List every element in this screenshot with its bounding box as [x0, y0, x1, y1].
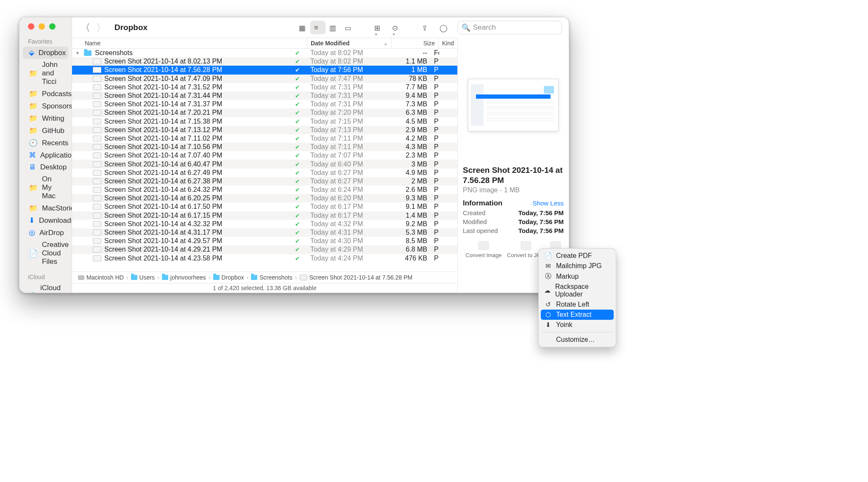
- image-thumb-icon: [92, 110, 102, 116]
- file-row[interactable]: Screen Shot 2021-10-14 at 7.31.44 PM ✔︎ …: [72, 91, 457, 100]
- breadcrumb[interactable]: Screen Shot 2021-10-14 at 7.56.28 PM: [300, 274, 413, 281]
- quick-action-icon: [478, 241, 489, 250]
- group-by-button[interactable]: ⊞ ˅: [370, 21, 386, 34]
- file-row[interactable]: Screen Shot 2021-10-14 at 7.15.38 PM ✔︎ …: [72, 117, 457, 126]
- file-name: Screen Shot 2021-10-14 at 7.13.12 PM: [104, 126, 295, 134]
- breadcrumb[interactable]: Dropbox: [213, 274, 244, 281]
- sidebar-item-john-and-ticci[interactable]: 📁John and Ticci: [23, 59, 68, 88]
- file-row[interactable]: Screen Shot 2021-10-14 at 7.31.37 PM ✔︎ …: [72, 100, 457, 108]
- file-row[interactable]: Screen Shot 2021-10-14 at 6.27.49 PM ✔︎ …: [72, 169, 457, 177]
- column-kind[interactable]: Kind: [439, 38, 457, 48]
- forward-button[interactable]: 〉: [95, 21, 108, 34]
- file-row[interactable]: Screen Shot 2021-10-14 at 6.24.32 PM ✔︎ …: [72, 186, 457, 194]
- file-name: Screen Shot 2021-10-14 at 4.23.58 PM: [104, 255, 295, 262]
- image-thumb-icon: [92, 187, 102, 193]
- icon-view-button[interactable]: ▦: [295, 21, 310, 34]
- menu-item-mailchimp-jpg[interactable]: ✉︎Mailchimp JPG: [541, 261, 614, 271]
- breadcrumb[interactable]: Screenshots: [251, 274, 292, 281]
- markup-icon: Ⓐ: [544, 272, 552, 280]
- file-size: 1.1 MB: [387, 58, 431, 65]
- mailchimp-icon: ✉︎: [544, 262, 552, 270]
- menu-item-rackspace-uploader[interactable]: ☁︎Rackspace Uploader: [541, 282, 614, 299]
- sidebar-item-recents[interactable]: 🕘Recents: [23, 137, 68, 149]
- file-row[interactable]: Screen Shot 2021-10-14 at 7.11.02 PM ✔︎ …: [72, 134, 457, 143]
- file-row[interactable]: Screen Shot 2021-10-14 at 6.17.15 PM ✔︎ …: [72, 211, 457, 220]
- sidebar-item-podcasts[interactable]: 📁Podcasts: [23, 88, 68, 100]
- menu-item-create-pdf[interactable]: 📄Create PDF: [541, 251, 614, 261]
- file-row[interactable]: Screen Shot 2021-10-14 at 7.10.56 PM ✔︎ …: [72, 143, 457, 151]
- file-row[interactable]: Screen Shot 2021-10-14 at 7.20.21 PM ✔︎ …: [72, 108, 457, 117]
- file-row[interactable]: Screen Shot 2021-10-14 at 4.23.58 PM ✔︎ …: [72, 254, 457, 263]
- breadcrumb[interactable]: Macintosh HD: [78, 274, 124, 281]
- sidebar-item-icloud-drive[interactable]: ☁︎iCloud Drive: [23, 282, 68, 293]
- file-row[interactable]: Screen Shot 2021-10-14 at 6.27.38 PM ✔︎ …: [72, 177, 457, 186]
- menu-item-yoink[interactable]: ⬇︎Yoink: [541, 320, 614, 330]
- search-field[interactable]: 🔍 Search: [458, 21, 562, 34]
- file-row[interactable]: Screen Shot 2021-10-14 at 8.02.13 PM ✔︎ …: [72, 57, 457, 66]
- file-row[interactable]: Screen Shot 2021-10-14 at 7.31.52 PM ✔︎ …: [72, 83, 457, 91]
- tags-button[interactable]: ◯: [436, 21, 451, 34]
- list-view-button[interactable]: ≡: [310, 21, 326, 34]
- menu-item-rotate-left[interactable]: ↺Rotate Left: [541, 299, 614, 310]
- file-kind: PN: [431, 169, 439, 177]
- menu-item-label: Markup: [556, 273, 579, 280]
- sidebar-item-on-my-mac[interactable]: 📁On My Mac: [23, 173, 68, 202]
- menu-item-text-extract[interactable]: ⬡Text Extract: [541, 310, 614, 320]
- menu-item-markup[interactable]: ⒶMarkup: [541, 271, 614, 282]
- sidebar-item-downloads[interactable]: ⬇︎Downloads: [23, 214, 68, 227]
- file-row[interactable]: Screen Shot 2021-10-14 at 7.07.40 PM ✔︎ …: [72, 151, 457, 160]
- folder-icon: [162, 275, 168, 280]
- sidebar-item-github[interactable]: 📁GitHub: [23, 125, 68, 137]
- quick-action-button[interactable]: Convert Image: [465, 241, 501, 258]
- file-size: 1 MB: [387, 66, 431, 74]
- file-row[interactable]: Screen Shot 2021-10-14 at 4.32.32 PM ✔︎ …: [72, 220, 457, 228]
- file-list: Screenshots ✔︎ Today at 8:02 PM -- Fo Sc…: [72, 49, 457, 271]
- column-date-modified[interactable]: Date Modified⌄: [307, 38, 392, 48]
- file-name: Screen Shot 2021-10-14 at 7.31.44 PM: [104, 92, 295, 100]
- file-kind: PN: [431, 75, 439, 83]
- sidebar-item-airdrop[interactable]: ◎AirDrop: [23, 227, 68, 239]
- column-name[interactable]: Name: [72, 38, 307, 48]
- sidebar-item-desktop[interactable]: 🖥Desktop: [23, 161, 68, 173]
- file-date: Today at 7:31 PM: [307, 92, 387, 100]
- column-view-button[interactable]: ▥: [326, 21, 341, 34]
- file-row[interactable]: Screen Shot 2021-10-14 at 6.17.50 PM ✔︎ …: [72, 202, 457, 211]
- breadcrumb[interactable]: johnvoorhees: [162, 274, 206, 281]
- action-menu-button[interactable]: ⊙ ˅: [388, 21, 403, 34]
- sync-status-icon: ✔︎: [295, 50, 307, 56]
- sidebar-item-macstories[interactable]: 📁MacStories: [23, 202, 68, 214]
- sidebar-item-sponsorships[interactable]: 📁Sponsorships: [23, 100, 68, 112]
- sidebar-item-label: Recents: [42, 139, 68, 147]
- sync-status-icon: ✔︎: [295, 221, 307, 227]
- sidebar-item-applications[interactable]: ⌘Applications: [23, 149, 68, 161]
- preview-info-heading: Information: [463, 199, 503, 208]
- file-row[interactable]: Screen Shot 2021-10-14 at 7.13.12 PM ✔︎ …: [72, 126, 457, 134]
- file-name: Screen Shot 2021-10-14 at 7.15.38 PM: [104, 118, 295, 125]
- zoom-button[interactable]: [49, 23, 56, 30]
- back-button[interactable]: 〈: [79, 21, 92, 34]
- minimize-button[interactable]: [39, 23, 45, 30]
- file-row[interactable]: Screen Shot 2021-10-14 at 6.20.25 PM ✔︎ …: [72, 194, 457, 202]
- file-row[interactable]: Screen Shot 2021-10-14 at 7.56.28 PM ✔︎ …: [72, 66, 457, 74]
- folder-icon: 📁: [29, 114, 38, 123]
- file-kind: PN: [431, 161, 439, 168]
- download-icon: ⬇︎: [29, 216, 35, 225]
- preview-show-less[interactable]: Show Less: [533, 199, 564, 207]
- close-button[interactable]: [28, 23, 34, 30]
- share-button[interactable]: ⇪: [418, 21, 433, 34]
- sidebar-item-writing[interactable]: 📁Writing: [23, 112, 68, 125]
- menu-customize[interactable]: Customize…: [541, 335, 614, 345]
- disclosure-triangle-icon[interactable]: [72, 50, 83, 56]
- folder-row[interactable]: Screenshots ✔︎ Today at 8:02 PM -- Fo: [72, 49, 457, 57]
- file-row[interactable]: Screen Shot 2021-10-14 at 4.29.21 PM ✔︎ …: [72, 245, 457, 254]
- sidebar-item-creative-cloud-files[interactable]: 📄Creative Cloud Files: [23, 239, 68, 268]
- file-row[interactable]: Screen Shot 2021-10-14 at 4.29.57 PM ✔︎ …: [72, 237, 457, 245]
- breadcrumb[interactable]: Users: [131, 274, 155, 281]
- file-row[interactable]: Screen Shot 2021-10-14 at 6.40.47 PM ✔︎ …: [72, 160, 457, 168]
- file-row[interactable]: Screen Shot 2021-10-14 at 7.47.09 PM ✔︎ …: [72, 75, 457, 83]
- file-date: Today at 7:15 PM: [307, 118, 387, 125]
- file-row[interactable]: Screen Shot 2021-10-14 at 4.31.17 PM ✔︎ …: [72, 228, 457, 237]
- gallery-view-button[interactable]: ▭: [341, 21, 356, 34]
- column-size[interactable]: Size: [392, 38, 439, 48]
- sidebar-item-dropbox[interactable]: ⬙Dropbox: [23, 47, 68, 59]
